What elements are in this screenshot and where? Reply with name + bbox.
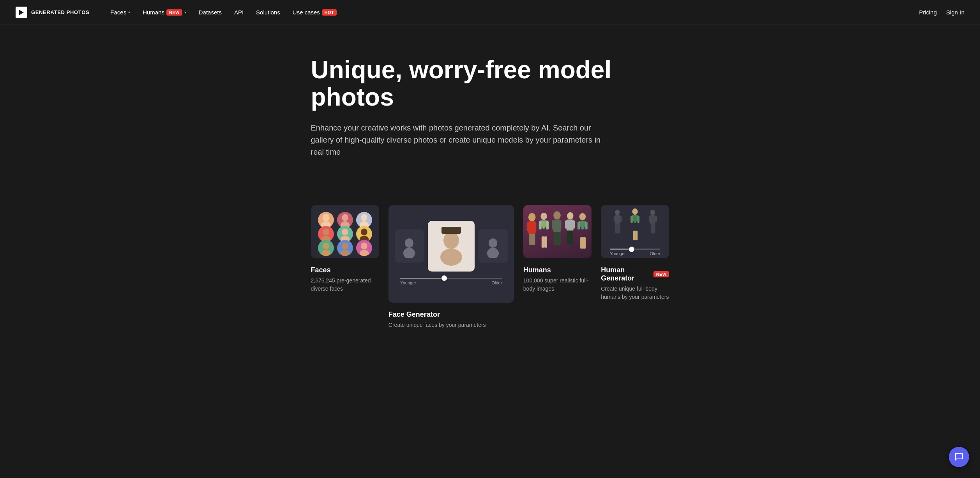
svg-rect-30	[529, 233, 532, 245]
hero-title: Unique, worry-free model photos	[311, 56, 662, 111]
face-gen-row	[395, 221, 508, 272]
human-generator-new-badge: New	[653, 271, 669, 277]
svg-point-43	[567, 212, 573, 219]
human-generator-card-desc: Create unique full-body humans by your p…	[601, 285, 669, 301]
svg-rect-28	[527, 222, 530, 231]
svg-point-1	[322, 214, 329, 221]
face-generator-card[interactable]: Younger Older Face Generator Create uniq…	[388, 205, 514, 329]
face-thumb-main	[428, 221, 475, 272]
svg-rect-50	[577, 222, 580, 229]
faces-card-desc: 2,676,245 pre-generated diverse faces	[311, 277, 379, 293]
svg-marker-0	[19, 10, 24, 15]
face-2	[337, 212, 353, 228]
svg-point-24	[489, 238, 497, 248]
chat-button[interactable]	[949, 447, 969, 467]
humangen-figures	[607, 205, 663, 243]
face-generator-card-image: Younger Older	[388, 205, 514, 303]
slider-label-younger: Younger	[400, 280, 416, 285]
slider-label-older: Older	[491, 280, 502, 285]
svg-rect-34	[546, 221, 549, 229]
svg-rect-22	[441, 227, 461, 234]
pricing-link[interactable]: Pricing	[919, 9, 937, 16]
svg-rect-58	[615, 224, 618, 233]
svg-rect-56	[614, 216, 616, 222]
humans-card-image	[523, 205, 592, 258]
svg-point-7	[323, 228, 329, 235]
svg-rect-41	[554, 232, 557, 245]
nav-item-solutions[interactable]: Solutions	[251, 6, 286, 19]
svg-rect-40	[558, 220, 561, 229]
svg-rect-68	[655, 216, 657, 222]
svg-point-3	[342, 214, 348, 221]
hero-section: Unique, worry-free model photos Enhance …	[217, 25, 763, 205]
humangen-age-slider[interactable]: Younger Older	[610, 247, 660, 258]
face-7	[318, 240, 334, 256]
svg-rect-63	[633, 231, 635, 240]
face-5	[337, 226, 353, 242]
logo-icon	[16, 7, 27, 18]
slider-thumb[interactable]	[441, 275, 447, 281]
svg-rect-51	[585, 222, 588, 229]
slider-labels: Younger Older	[400, 280, 502, 285]
humangen-slider-thumb[interactable]	[629, 247, 634, 252]
faces-grid	[311, 205, 379, 258]
svg-point-15	[342, 242, 348, 249]
face-thumb-left	[395, 229, 424, 263]
face-1	[318, 212, 334, 228]
faces-card-image	[311, 205, 379, 258]
humans-card-desc: 100,000 super realistic full-body images	[523, 277, 592, 293]
svg-point-49	[579, 213, 586, 220]
humans-new-badge: New	[166, 9, 182, 16]
nav-item-api[interactable]: API	[229, 6, 249, 19]
svg-point-9	[342, 228, 348, 235]
svg-rect-69	[651, 224, 653, 233]
nav-item-datasets[interactable]: Datasets	[193, 6, 227, 19]
svg-rect-42	[557, 232, 561, 245]
svg-point-18	[360, 250, 369, 256]
use-cases-hot-badge: Hot	[322, 9, 337, 16]
face-8	[337, 240, 353, 256]
svg-rect-62	[637, 216, 640, 223]
svg-rect-47	[567, 230, 570, 244]
humangen-slider-track	[610, 249, 660, 250]
svg-point-11	[361, 228, 367, 235]
age-slider[interactable]: Younger Older	[400, 276, 502, 287]
slider-track	[400, 278, 502, 279]
svg-point-17	[361, 242, 367, 249]
nav-right: Pricing Sign In	[919, 9, 964, 16]
face-gen-content: Younger Older	[388, 205, 514, 303]
svg-rect-52	[580, 237, 583, 249]
signin-link[interactable]: Sign In	[946, 9, 964, 16]
svg-rect-36	[544, 236, 547, 247]
nav-links: Faces ▾ Humans New ▾ Datasets API Soluti…	[105, 6, 919, 19]
face-generator-card-desc: Create unique faces by your parameters	[388, 321, 514, 329]
human-generator-card[interactable]: Younger Older Human Generator New Create…	[601, 205, 669, 329]
svg-rect-29	[533, 222, 536, 231]
human-generator-card-image: Younger Older	[601, 205, 669, 258]
svg-point-26	[528, 213, 536, 221]
svg-rect-67	[649, 216, 651, 222]
svg-rect-46	[572, 220, 575, 229]
svg-rect-64	[635, 231, 637, 240]
svg-rect-70	[653, 224, 655, 233]
svg-rect-57	[620, 216, 622, 222]
face-thumb-right	[479, 229, 508, 263]
face-generator-card-title: Face Generator	[388, 310, 514, 319]
svg-rect-53	[583, 237, 586, 249]
hero-subtitle: Enhance your creative works with photos …	[311, 122, 615, 158]
svg-point-21	[443, 232, 459, 249]
face-3	[356, 212, 372, 228]
nav-item-use-cases[interactable]: Use cases Hot	[287, 6, 342, 19]
humans-card[interactable]: Humans 100,000 super realistic full-body…	[523, 205, 592, 329]
nav-item-faces[interactable]: Faces ▾	[105, 6, 136, 19]
faces-card[interactable]: Faces 2,676,245 pre-generated diverse fa…	[311, 205, 379, 329]
logo-text: GENERATED PHOTOS	[31, 9, 89, 15]
svg-point-23	[440, 249, 462, 266]
faces-card-title: Faces	[311, 266, 379, 274]
svg-point-16	[341, 250, 350, 256]
humangen-content: Younger Older	[601, 205, 669, 258]
nav-item-humans[interactable]: Humans New ▾	[137, 6, 192, 19]
chevron-down-icon: ▾	[128, 10, 130, 14]
logo[interactable]: GENERATED PHOTOS	[16, 7, 89, 18]
svg-rect-48	[570, 230, 573, 244]
